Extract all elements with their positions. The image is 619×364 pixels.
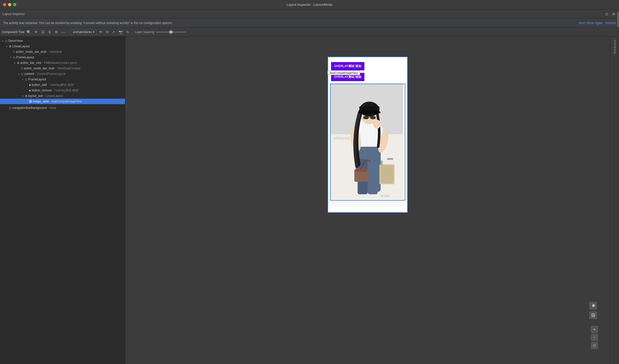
arrow-action-bar-root: ▾ [14, 62, 17, 64]
layers-tool-button[interactable] [589, 311, 597, 319]
component-tree-label: Component Tree [2, 30, 24, 34]
toolbar-separator-2 [133, 30, 133, 34]
icon-framelayout2: ◻ [25, 78, 27, 81]
svg-rect-26 [381, 160, 383, 165]
notification-text: The activity was restarted. This can be … [3, 21, 579, 25]
right-tool-buttons [589, 302, 597, 319]
dont-show-again-link[interactable]: Don't Show Again [579, 21, 602, 25]
icon-content: ◻ [21, 72, 23, 76]
arrow-nav-bar-bg [6, 107, 9, 109]
tree-item-nav-bar-bg[interactable]: ◻ navigationBarBackground - View [0, 105, 125, 111]
zoom-out-button[interactable]: − [591, 334, 598, 341]
notification-actions: Don't Show Again Dismiss [579, 21, 616, 25]
icon-linearlayout: ⊞ [9, 45, 11, 48]
zoom-controls: + − ⊡ [591, 326, 598, 349]
zoom-in-button[interactable]: + [591, 326, 598, 333]
icon-actionmode: ⠿ [13, 51, 15, 53]
tree-item-button-add[interactable]: ■ button_add - "overlay测试-添加" [0, 82, 125, 88]
tree-item-button-remove[interactable]: ■ button_remove - "overlay测试-移除" [0, 88, 125, 93]
tree-item-action-mode-bar-stub[interactable]: ⠿ action_mode_bar_stub - ViewStub [0, 49, 125, 55]
appcompat-label: AppCompatImageView [328, 71, 360, 75]
layer-spacing-slider[interactable] [156, 32, 186, 33]
svg-rect-6 [368, 159, 378, 194]
view-eye-button[interactable]: 👁 [98, 29, 104, 35]
screen-icon-button[interactable]: ⊡ [604, 12, 609, 17]
toolbar: Component Tree 🔍 👁 ☰ ⇅ ⚙ — animatordemo … [0, 28, 619, 37]
icon-btn-remove: ■ [29, 89, 31, 92]
settings-icon-button[interactable]: ⚙ [611, 12, 616, 17]
list-button[interactable]: ☰ [40, 29, 46, 35]
camera-button[interactable]: 📷 [117, 29, 124, 35]
fit-view-button[interactable]: ⊡ [591, 342, 598, 349]
icon-nav-bar-bg: ◻ [9, 106, 11, 110]
svg-rect-15 [370, 116, 376, 119]
close-panel-button[interactable]: — [60, 29, 66, 35]
svg-text:4K 纪实: 4K 纪实 [381, 195, 389, 197]
svg-rect-14 [363, 116, 369, 119]
tree-item-content[interactable]: ▾ ◻ content - ContentFrameLayout [0, 71, 125, 77]
attributes-tab[interactable]: Attributes [612, 38, 617, 56]
tree-item-linearlayout[interactable]: ▾ ⊞ LinearLayout [0, 44, 125, 49]
phone-bottom-bar [328, 202, 407, 207]
export-button[interactable]: ↗ [111, 29, 116, 35]
app-header-title: Layout Inspector [3, 12, 25, 16]
arrow-btn-remove [26, 89, 29, 92]
svg-rect-18 [374, 121, 376, 126]
scrollbar-thumb [617, 12, 619, 27]
icon-framelayout1: ◻ [13, 56, 15, 59]
tree-item-decorview[interactable]: ▾ ◻ DecorView [0, 38, 125, 44]
toolbar-layer-section: Layer Spacing: [135, 30, 186, 34]
arrow-decorview: ▾ [2, 40, 5, 42]
arrow-linearlayout: ▾ [6, 45, 9, 48]
arrow-framelayout2: ▾ [22, 78, 25, 81]
window-title: Layout Inspector - LaunchMode [287, 3, 333, 7]
copy-button[interactable]: ⧉ [105, 29, 110, 35]
toolbar-left: Component Tree 🔍 👁 ☰ ⇅ ⚙ — [2, 29, 66, 35]
arrow-content: ▾ [18, 73, 21, 75]
arrow-image-view [26, 100, 29, 103]
phone-frame: OVERLAY测试-添加 OVERLAY测试-移除 [328, 57, 408, 213]
toolbar-separator-1 [68, 30, 68, 34]
toolbar-device-section: animatordemo ▾ 👁 ⧉ ↗ 📷 ↻ [70, 29, 131, 35]
device-selector[interactable]: animatordemo ▾ [70, 29, 97, 35]
notification-bar: The activity was restarted. This can be … [0, 19, 619, 28]
icon-decorview: ◻ [5, 39, 7, 43]
layer-spacing-label: Layer Spacing: [135, 30, 155, 34]
svg-rect-20 [378, 121, 380, 126]
tree-item-framelayout1[interactable]: ▾ ◻ FrameLayout [0, 55, 125, 60]
svg-point-13 [358, 110, 381, 114]
icon-image-view: 🖼 [29, 100, 32, 103]
tree-content: ▾ ◻ DecorView ▾ ⊞ LinearLayout ⠿ action_… [0, 37, 125, 364]
arrow-actionmode2 [18, 67, 21, 70]
close-button[interactable] [3, 3, 6, 6]
settings-tree-button[interactable]: ⚙ [53, 29, 59, 35]
filter-button[interactable]: ⇅ [47, 29, 52, 35]
layout-view-panel: AppCompatImageView OVERLAY测试-添加 OVERLAY测… [125, 37, 610, 364]
tree-item-action-mode-bar-stub2[interactable]: ⠿ action_mode_bar_stub - ViewStubCompat [0, 66, 125, 71]
title-bar: Layout Inspector - LaunchMode [0, 0, 619, 10]
icon-action-bar-root: ⊞ [17, 61, 19, 65]
overlay-btn-add[interactable]: OVERLAY测试-添加 [331, 62, 364, 70]
tree-item-image-view[interactable]: 🖼 image_view - AppCompatImageView [0, 99, 125, 104]
right-scrollbar[interactable] [617, 9, 619, 364]
arrow-framelayout1: ▾ [10, 56, 13, 59]
search-button[interactable]: 🔍 [25, 29, 32, 35]
icon-layout-sub: ⊞ [25, 94, 27, 98]
refresh-button[interactable]: ↻ [125, 29, 131, 35]
tree-item-framelayout2[interactable]: ▾ ◻ FrameLayout [0, 77, 125, 82]
minimize-button[interactable] [8, 3, 11, 6]
hand-tool-button[interactable] [589, 302, 597, 309]
main-content: ▾ ◻ DecorView ▾ ⊞ LinearLayout ⠿ action_… [0, 37, 619, 364]
dismiss-link[interactable]: Dismiss [605, 21, 616, 25]
maximize-button[interactable] [13, 3, 16, 6]
svg-rect-25 [381, 165, 393, 183]
tree-item-layout-sub[interactable]: ▾ ⊞ layout_sub - LinearLayout [0, 93, 125, 99]
app-header: Layout Inspector ⊡ ⚙ [0, 10, 619, 19]
svg-rect-19 [376, 120, 378, 126]
traffic-lights [3, 3, 16, 6]
device-name: animatordemo [73, 30, 92, 34]
tree-item-action-bar-root[interactable]: ▾ ⊞ action_bar_root - FitWindowsLinearLa… [0, 60, 125, 66]
arrow-btn-add [26, 84, 29, 86]
arrow-layout-sub: ▾ [22, 95, 25, 97]
eye-button[interactable]: 👁 [33, 29, 39, 35]
